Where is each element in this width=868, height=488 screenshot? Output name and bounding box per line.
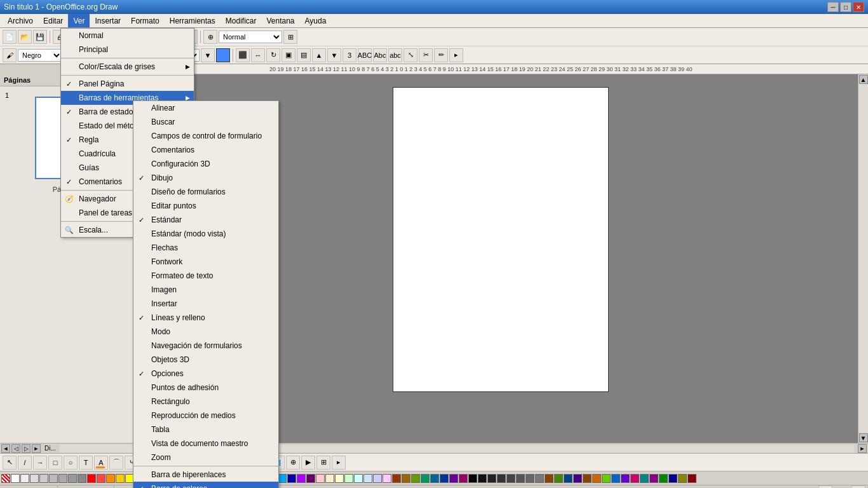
insert-tbl[interactable]: ⊞ [316,456,330,470]
barra-formateo[interactable]: Formateo de texto [133,269,278,283]
ver-panel-pagina[interactable]: ✓ Panel Página [61,77,194,91]
color-swatch[interactable] [526,474,534,483]
barra-colores[interactable]: ✓ Barra de colores [133,482,278,488]
color-swatch[interactable] [354,474,363,483]
barra-insertar[interactable]: Insertar [133,297,278,311]
color-swatch[interactable] [506,474,515,483]
front-btn[interactable]: ▲ [312,48,326,62]
line-color-select[interactable]: Negro [18,49,62,62]
line-tool[interactable]: / [18,456,32,470]
color-swatch[interactable] [116,474,125,483]
color-swatch[interactable] [11,474,20,483]
color-swatch[interactable] [545,474,553,483]
scroll-up-button[interactable]: ▲ [859,75,868,84]
barra-dibujo[interactable]: ✓ Dibujo [133,171,278,185]
close-button[interactable]: ✕ [853,2,864,12]
curve-tool[interactable]: ⌒ [109,456,123,470]
zoom-out-btn[interactable]: - [818,485,832,489]
barra-reproduccion[interactable]: Reproducción de medios [133,409,278,423]
color-swatch[interactable] [649,474,658,483]
tab3d-btn[interactable]: 3 [342,48,356,62]
color-swatch[interactable] [392,474,401,483]
color-swatch[interactable] [87,474,96,483]
resize-btn[interactable]: ⤡ [403,48,417,62]
color-swatch[interactable] [592,474,601,483]
color-swatch[interactable] [325,474,334,483]
scroll-track[interactable] [858,85,868,433]
color-swatch[interactable] [611,474,620,483]
color-swatch[interactable] [630,474,639,483]
open-button[interactable]: 📂 [18,30,32,44]
new-button[interactable]: 📄 [3,30,17,44]
menu-ver[interactable]: Ver [68,14,90,27]
ellipse-tool[interactable]: ○ [64,456,78,470]
zoom-in-button[interactable]: ⊕ [203,30,217,44]
color-swatch[interactable] [602,474,611,483]
color-swatch[interactable] [688,474,696,483]
color-swatch[interactable] [306,474,315,483]
barra-estandar[interactable]: ✓ Estándar [133,213,278,227]
color-swatch[interactable] [430,474,439,483]
abc2-btn[interactable]: Abc [373,48,387,62]
back-btn[interactable]: ▼ [327,48,341,62]
menu-insertar[interactable]: Insertar [90,14,126,27]
color-swatch[interactable] [297,474,306,483]
color-swatch[interactable] [583,474,592,483]
crop-btn[interactable]: ✂ [419,48,433,62]
menu-archivo[interactable]: Archivo [3,14,38,27]
menu-editar[interactable]: Editar [38,14,68,27]
menu-herramientas[interactable]: Herramientas [165,14,220,27]
menu-formato[interactable]: Formato [126,14,165,27]
color-swatch[interactable] [554,474,563,483]
menu-ayuda[interactable]: Ayuda [300,14,332,27]
fill-tool[interactable]: A [94,456,108,470]
menu-modificar[interactable]: Modificar [220,14,262,27]
color-swatch[interactable] [487,474,496,483]
insert-obj[interactable]: ⊕ [286,456,300,470]
color-swatch[interactable] [440,474,449,483]
color-swatch[interactable] [640,474,649,483]
ver-normal[interactable]: Normal [61,29,194,43]
barra-comentarios[interactable]: Comentarios [133,143,278,157]
color-swatch[interactable] [573,474,582,483]
extra-button[interactable]: ⊞ [283,30,297,44]
barra-config3d[interactable]: Configuración 3D [133,157,278,171]
color-swatch[interactable] [49,474,58,483]
color-swatch[interactable] [421,474,430,483]
color-swatch[interactable] [383,474,391,483]
color-value-btn[interactable]: ▼ [201,48,215,62]
barra-campos[interactable]: Campos de control de formulario [133,129,278,143]
barra-rectangulo[interactable]: Rectángulo [133,395,278,409]
barra-puntos-adhesion[interactable]: Puntos de adhesión [133,381,278,395]
maximize-button[interactable]: □ [840,2,851,12]
scroll-prev-page[interactable]: ◁ [11,444,20,453]
view-select[interactable]: Normal [219,30,282,43]
menu-ventana[interactable]: Ventana [261,14,299,27]
color-swatch[interactable] [278,474,287,483]
color-swatch[interactable] [402,474,410,483]
pencil-btn[interactable]: ✏ [434,48,448,62]
save-button[interactable]: 💾 [33,30,47,44]
color-swatch[interactable] [449,474,458,483]
barra-hiperenlaces[interactable]: Barra de hiperenlaces [133,468,278,482]
color-swatch[interactable] [39,474,48,483]
abc3-btn[interactable]: abc [388,48,402,62]
color-swatch[interactable] [30,474,39,483]
barra-fontwork[interactable]: Fontwork [133,255,278,269]
barra-flechas[interactable]: Flechas [133,241,278,255]
barra-alinear[interactable]: Alinear [133,101,278,115]
barra-modo[interactable]: Modo [133,325,278,339]
color-swatch[interactable] [106,474,115,483]
horizontal-scrollbar[interactable]: ◄ ◁ ▷ ► Di... ► [0,443,868,453]
barra-vista-doc[interactable]: Vista de documento maestro [133,437,278,451]
no-color-swatch[interactable] [1,474,10,483]
ver-color-escala[interactable]: Color/Escala de grises [61,60,194,74]
color-swatch[interactable] [478,474,487,483]
text-tool[interactable]: T [79,456,93,470]
line-color-btn[interactable]: 🖌 [3,48,17,62]
abc-btn[interactable]: ABC [358,48,372,62]
scroll-end-button[interactable]: ► [858,444,867,453]
color-swatch[interactable] [411,474,420,483]
barra-lineas-relleno[interactable]: ✓ Líneas y relleno [133,311,278,325]
color-swatch[interactable] [78,474,86,483]
